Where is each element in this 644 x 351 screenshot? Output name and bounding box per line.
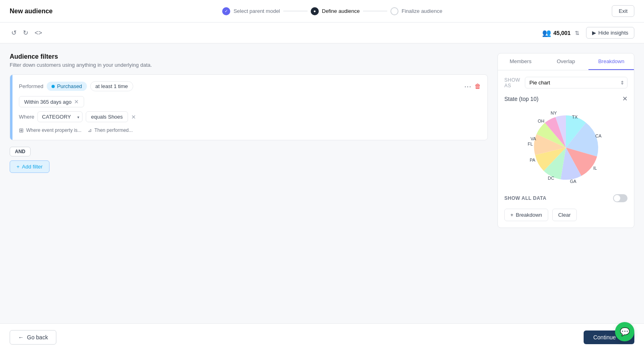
toolbar: ↺ ↻ <> 👥 45,001 ⇅ ▶ Hide insights — [0, 23, 644, 43]
plus-icon: + — [17, 164, 20, 170]
label-ny: NY — [551, 111, 557, 115]
then-performed-button[interactable]: ⊿ Then performed... — [88, 127, 132, 133]
step3-icon — [390, 7, 398, 15]
continue-label: Continue — [593, 334, 616, 341]
label-fl: IL — [593, 166, 597, 170]
breakdown-header: State (top 10) ✕ — [504, 95, 627, 103]
condition-pill[interactable]: at least 1 time — [90, 81, 133, 91]
remove-where-button[interactable]: ✕ — [131, 114, 136, 120]
insights-body: SHOWAS Pie chart Bar chart State (top 10… — [498, 70, 634, 228]
filter-where-row: Where CATEGORY equals Shoes ✕ — [19, 111, 481, 122]
filter-icon: ⊿ — [88, 127, 92, 133]
add-filter-button[interactable]: + Add filter — [10, 160, 50, 173]
step-finalize-audience: Finalize audience — [390, 7, 442, 15]
add-breakdown-button[interactable]: + Breakdown — [504, 209, 548, 221]
bottom-bar: ← Go back Continue → — [0, 323, 644, 351]
filters-title: Audience filters — [10, 53, 488, 60]
add-where-property-button[interactable]: ⊞ Where event property is... — [19, 127, 81, 133]
breakdown-title: State (top 10) — [504, 96, 539, 102]
hide-insights-button[interactable]: ▶ Hide insights — [586, 27, 634, 39]
tab-overlap[interactable]: Overlap — [543, 53, 589, 70]
equals-value: equals Shoes — [91, 114, 123, 120]
chevron-right-icon: ▶ — [592, 30, 596, 36]
breakdown-btn-label: Breakdown — [516, 212, 542, 218]
go-back-label: Go back — [27, 334, 48, 341]
toolbar-right: 👥 45,001 ⇅ ▶ Hide insights — [542, 27, 634, 39]
label-tx: TX — [572, 115, 578, 119]
remove-time-button[interactable]: ✕ — [74, 99, 79, 105]
step-line-1 — [283, 11, 308, 11]
event-badge[interactable]: Purchased — [47, 82, 87, 91]
label-dc: DC — [548, 176, 554, 181]
label-pa: PA — [530, 158, 536, 162]
label-va: VA — [530, 136, 537, 141]
undo-button[interactable]: ↺ — [10, 27, 18, 38]
main-content: Audience filters Filter down customers u… — [0, 43, 644, 238]
filter-actions: ⋯ 🗑 — [464, 82, 481, 91]
category-select-wrap: CATEGORY — [37, 111, 83, 122]
filter-add-row: ⊞ Where event property is... ⊿ Then perf… — [19, 127, 481, 133]
breakdown-close-button[interactable]: ✕ — [622, 95, 627, 103]
show-all-data-row: SHOW ALL DATA — [504, 194, 627, 202]
clear-button[interactable]: Clear — [552, 209, 577, 221]
step2-label: Define audience — [322, 8, 360, 14]
step-define-audience: ● Define audience — [311, 7, 360, 15]
go-back-button[interactable]: ← Go back — [10, 330, 56, 345]
code-button[interactable]: <> — [33, 28, 44, 38]
step-select-parent: ✓ Select parent model — [222, 7, 280, 15]
hide-insights-label: Hide insights — [599, 30, 628, 36]
event-dot — [52, 85, 55, 88]
label-ca: CA — [595, 133, 602, 138]
show-all-data-toggle[interactable] — [613, 194, 627, 202]
count-settings-icon[interactable]: ⇅ — [573, 28, 581, 38]
chart-type-select[interactable]: Pie chart Bar chart — [525, 77, 627, 88]
add-where-label: Where event property is... — [26, 127, 81, 133]
delete-filter-button[interactable]: 🗑 — [475, 82, 481, 91]
and-badge[interactable]: AND — [10, 147, 31, 156]
time-pill[interactable]: Within 365 days ago ✕ — [19, 96, 84, 107]
step2-icon: ● — [311, 7, 319, 15]
label-fl-2: FL — [528, 142, 533, 146]
plus-icon-breakdown: + — [510, 212, 514, 218]
step-line-2 — [363, 11, 387, 11]
tab-members[interactable]: Members — [498, 53, 543, 70]
step1-label: Select parent model — [233, 8, 280, 14]
label-oh: OH — [538, 119, 545, 123]
show-as-label: SHOWAS — [504, 77, 520, 88]
arrow-left-icon: ← — [18, 334, 24, 341]
toolbar-left: ↺ ↻ <> — [10, 27, 44, 38]
filter-block: Performed Purchased at least 1 time ⋯ 🗑 — [10, 74, 488, 140]
chat-icon: 💬 — [620, 327, 630, 337]
step1-icon: ✓ — [222, 7, 230, 15]
chat-button[interactable]: 💬 — [615, 322, 634, 341]
filters-panel: Audience filters Filter down customers u… — [10, 53, 488, 173]
filter-content: Performed Purchased at least 1 time ⋯ 🗑 — [12, 75, 487, 140]
equals-pill[interactable]: equals Shoes — [86, 111, 128, 122]
tab-breakdown[interactable]: Breakdown — [588, 53, 634, 70]
more-options-button[interactable]: ⋯ — [464, 82, 471, 91]
then-performed-label: Then performed... — [94, 127, 132, 133]
chart-select-wrap: Pie chart Bar chart — [525, 77, 627, 88]
redo-button[interactable]: ↻ — [21, 27, 30, 38]
performed-label: Performed — [19, 83, 43, 89]
add-filter-label: Add filter — [22, 164, 43, 170]
time-text: Within 365 days ago — [24, 99, 72, 105]
insights-panel: Members Overlap Breakdown SHOWAS Pie cha… — [497, 53, 634, 228]
show-all-data-label: SHOW ALL DATA — [504, 195, 547, 201]
label-ga: GA — [570, 179, 577, 184]
event-name: Purchased — [57, 83, 82, 89]
filter-time-row: Within 365 days ago ✕ — [19, 96, 481, 107]
count-value: 45,001 — [553, 30, 571, 36]
top-nav: New audience ✓ Select parent model ● Def… — [0, 0, 644, 23]
people-icon: 👥 — [542, 29, 551, 37]
pie-chart-container: TX CA IL GA DC PA — [504, 107, 627, 188]
exit-button[interactable]: Exit — [612, 5, 634, 17]
category-select[interactable]: CATEGORY — [37, 111, 83, 122]
filter-block-inner: Performed Purchased at least 1 time ⋯ 🗑 — [10, 75, 487, 140]
where-label: Where — [19, 114, 34, 120]
and-label: AND — [15, 149, 25, 154]
filter-main-row: Performed Purchased at least 1 time ⋯ 🗑 — [19, 81, 481, 91]
filters-description: Filter down customers using anything in … — [10, 62, 488, 68]
steps-nav: ✓ Select parent model ● Define audience … — [222, 7, 442, 15]
insights-bottom-buttons: + Breakdown Clear — [504, 209, 627, 221]
